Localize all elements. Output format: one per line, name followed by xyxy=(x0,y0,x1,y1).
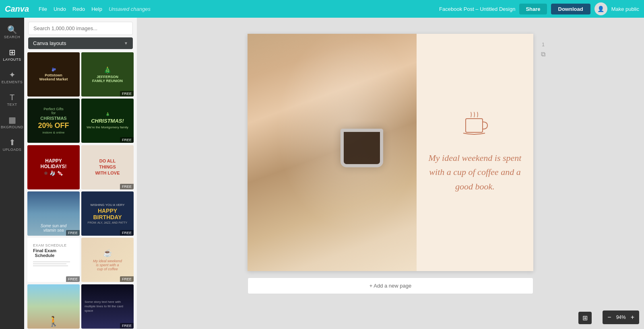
layout-card[interactable]: WISHING YOU A VERY HAPPYBIRTHDAY FROM: A… xyxy=(81,191,134,236)
sidebar-item-text[interactable]: T TEXT xyxy=(0,88,24,111)
canvas-photo[interactable] xyxy=(248,34,417,271)
unsaved-indicator: Unsaved changes xyxy=(109,6,151,12)
free-badge: FREE xyxy=(66,230,80,236)
text-label: TEXT xyxy=(7,103,17,107)
sidebar-panel: Canva layouts ▼ 🫐 PottstownWeekend Marke… xyxy=(24,18,137,329)
topbar: Canva File Undo Redo Help Unsaved change… xyxy=(0,0,644,18)
uploads-label: UPLOADS xyxy=(3,148,22,152)
canvas-page[interactable]: My ideal weekend is spent with a cup of … xyxy=(248,34,533,271)
sidebar-item-uploads[interactable]: ⬆ UPLOADS xyxy=(0,134,24,156)
canvas-wrapper: My ideal weekend is spent with a cup of … xyxy=(248,34,533,271)
share-button[interactable]: Share xyxy=(519,4,547,14)
layouts-icon: ⊞ xyxy=(9,48,16,56)
search-icon: 🔍 xyxy=(7,26,17,34)
free-badge: FREE xyxy=(120,184,134,189)
layout-card[interactable]: EXAM SCHEDULE Final ExamSchedule FREE xyxy=(27,238,80,282)
free-badge: FREE xyxy=(120,276,134,282)
file-menu[interactable]: File xyxy=(39,6,47,12)
layouts-grid: 🫐 PottstownWeekend Market 🎄 JEFFERSONFAM… xyxy=(24,52,137,329)
sidebar-item-background[interactable]: ▦ BKGROUND xyxy=(0,111,24,134)
page-sidebar: 1 ⧉ xyxy=(541,34,545,271)
canvas-quote-text: My ideal weekend is spent with a cup of … xyxy=(425,151,525,193)
topbar-menu: File Undo Redo Help xyxy=(39,6,102,12)
photo-image xyxy=(248,34,417,271)
search-label: SEARCH xyxy=(4,35,21,39)
layout-card[interactable]: Some story text here with multiple lines… xyxy=(81,284,134,329)
sidebar-item-elements[interactable]: ✦ ELEMENTS xyxy=(0,66,24,88)
free-badge: FREE xyxy=(120,230,134,236)
free-badge: FREE xyxy=(120,323,134,329)
layout-card[interactable]: HAPPYHOLIDAYS! ❄🧦🍬 xyxy=(27,145,80,189)
free-badge: FREE xyxy=(120,137,134,143)
uploads-icon: ⬆ xyxy=(9,138,16,146)
elements-icon: ✦ xyxy=(9,71,16,79)
layout-card[interactable]: 🎄 JEFFERSONFAMILY REUNION FREE xyxy=(81,52,134,97)
grid-view-button[interactable]: ⊞ xyxy=(578,312,592,324)
make-public-button[interactable]: Make public xyxy=(611,6,639,12)
sidebar-search-wrapper xyxy=(24,18,137,37)
main-content: 🔍 SEARCH ⊞ LAYOUTS ✦ ELEMENTS T TEXT ▦ B… xyxy=(0,18,644,329)
download-button[interactable]: Download xyxy=(551,4,590,14)
layouts-dropdown[interactable]: Canva layouts ▼ xyxy=(28,37,133,49)
layout-card[interactable]: ☕ My ideal weekendis spent with acup of … xyxy=(81,238,134,282)
zoom-increase-button[interactable]: + xyxy=(629,312,636,323)
background-label: BKGROUND xyxy=(1,125,23,129)
sidebar-item-search[interactable]: 🔍 SEARCH xyxy=(0,21,24,43)
zoom-level-display: 94% xyxy=(616,315,626,320)
canvas-area[interactable]: My ideal weekend is spent with a cup of … xyxy=(137,18,644,329)
sidebar-item-layouts[interactable]: ⊞ LAYOUTS xyxy=(0,43,24,66)
undo-menu[interactable]: Undo xyxy=(54,6,66,12)
zoom-decrease-button[interactable]: − xyxy=(606,312,613,323)
layout-card[interactable]: DO ALLTHINGSWITH LOVE FREE xyxy=(81,145,134,189)
icon-bar: 🔍 SEARCH ⊞ LAYOUTS ✦ ELEMENTS T TEXT ▦ B… xyxy=(0,18,24,329)
topbar-right: Facebook Post – Untitled Design Share Do… xyxy=(439,2,639,15)
zoom-toolbar: − 94% + xyxy=(603,310,639,324)
free-badge: FREE xyxy=(120,91,134,97)
layout-card[interactable]: 🎄 CHRISTMAS! We're the Montgomery family… xyxy=(81,99,134,143)
help-menu[interactable]: Help xyxy=(91,6,102,12)
layouts-label: LAYOUTS xyxy=(3,58,21,62)
avatar-button[interactable]: 👤 xyxy=(594,2,607,15)
layout-card[interactable]: 🚶 xyxy=(27,284,80,329)
layout-card[interactable]: Perfect Giftsfor CHRISTMAS 20% OFF insto… xyxy=(27,99,80,143)
canvas-text-area[interactable]: My ideal weekend is spent with a cup of … xyxy=(417,34,533,271)
dropdown-label: Canva layouts xyxy=(33,40,66,46)
coffee-cup-icon xyxy=(461,111,489,143)
background-icon: ▦ xyxy=(8,116,16,124)
elements-label: ELEMENTS xyxy=(2,80,23,84)
add-page-button[interactable]: + Add a new page xyxy=(248,278,533,294)
layout-card[interactable]: Some sun andvitamin sea FREE xyxy=(27,191,80,236)
duplicate-page-icon[interactable]: ⧉ xyxy=(541,51,545,58)
search-input[interactable] xyxy=(28,22,133,35)
canva-logo[interactable]: Canva xyxy=(5,4,29,14)
chevron-down-icon: ▼ xyxy=(124,41,128,45)
design-title: Facebook Post – Untitled Design xyxy=(439,6,515,12)
svg-rect-0 xyxy=(466,119,483,132)
layout-card[interactable]: 🫐 PottstownWeekend Market xyxy=(27,52,80,97)
page-number: 1 xyxy=(542,42,545,47)
free-badge: FREE xyxy=(66,276,80,282)
text-icon: T xyxy=(10,93,14,101)
redo-menu[interactable]: Redo xyxy=(72,6,85,12)
